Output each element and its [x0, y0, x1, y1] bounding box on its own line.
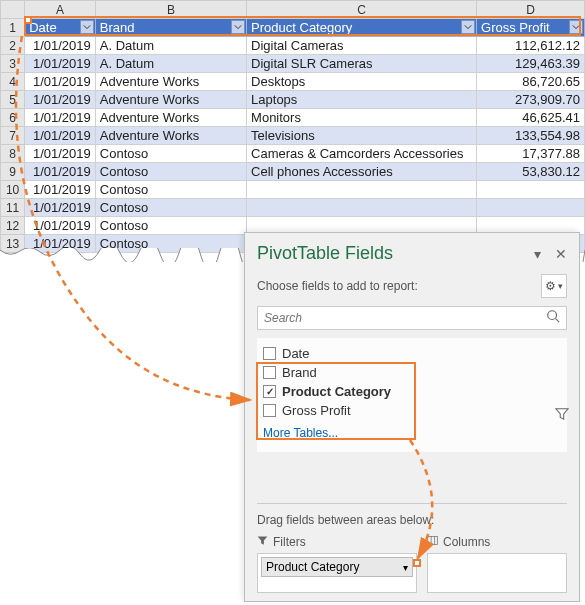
col-header-a[interactable]: A [25, 1, 96, 19]
cell[interactable]: A. Datum [95, 37, 246, 55]
filter-button[interactable] [80, 20, 94, 34]
cell[interactable]: Contoso [95, 145, 246, 163]
search-icon [546, 309, 560, 327]
cell[interactable]: 1/01/2019 [25, 109, 96, 127]
row-header[interactable]: 7 [1, 127, 25, 145]
col-header-b[interactable]: B [95, 1, 246, 19]
field-product-category[interactable]: ✓Product Category [259, 382, 565, 401]
header-label: Product Category [251, 20, 352, 35]
col-header-d[interactable]: D [477, 1, 585, 19]
cell[interactable]: 1/01/2019 [25, 163, 96, 181]
header-label: Brand [100, 20, 135, 35]
cell[interactable]: Contoso [95, 199, 246, 217]
divider [257, 503, 567, 504]
cell[interactable]: A. Datum [95, 55, 246, 73]
cell[interactable]: Contoso [95, 163, 246, 181]
row-header[interactable]: 11 [1, 199, 25, 217]
cell[interactable]: 1/01/2019 [25, 127, 96, 145]
columns-icon [427, 535, 438, 549]
columns-area[interactable]: Columns [427, 535, 567, 593]
filter-button[interactable] [231, 20, 245, 34]
cell[interactable]: Desktops [247, 73, 477, 91]
cell[interactable]: 53,830.12 [477, 163, 585, 181]
filters-area[interactable]: Filters Product Category ▾ [257, 535, 417, 593]
select-all-corner[interactable] [1, 1, 25, 19]
pivottable-fields-panel: PivotTable Fields ▾ ✕ Choose fields to a… [244, 232, 580, 602]
cell[interactable]: 1/01/2019 [25, 145, 96, 163]
table-header-date[interactable]: Date [25, 19, 96, 37]
cell[interactable]: 1/01/2019 [25, 217, 96, 235]
cell[interactable]: 86,720.65 [477, 73, 585, 91]
cell[interactable]: Digital Cameras [247, 37, 477, 55]
filter-button[interactable] [569, 20, 583, 34]
field-date[interactable]: Date [259, 344, 565, 363]
row-header[interactable]: 9 [1, 163, 25, 181]
cell[interactable]: 273,909.70 [477, 91, 585, 109]
table-header-profit[interactable]: Gross Profit [477, 19, 585, 37]
chevron-down-icon[interactable]: ▾ [534, 246, 541, 262]
header-label: Gross Profit [481, 20, 550, 35]
cell[interactable]: Cell phones Accessories [247, 163, 477, 181]
more-tables-link[interactable]: More Tables... [259, 420, 565, 446]
row-header[interactable]: 12 [1, 217, 25, 235]
row-header[interactable]: 5 [1, 91, 25, 109]
cell[interactable]: Adventure Works [95, 91, 246, 109]
panel-subtitle: Choose fields to add to report: [257, 279, 418, 293]
field-gross-profit[interactable]: Gross Profit [259, 401, 565, 420]
columns-well[interactable] [427, 553, 567, 593]
cell[interactable]: 129,463.39 [477, 55, 585, 73]
row-header[interactable]: 4 [1, 73, 25, 91]
cell[interactable]: 1/01/2019 [25, 73, 96, 91]
area-label: Columns [443, 535, 490, 549]
cell[interactable] [247, 199, 477, 217]
cell[interactable] [247, 181, 477, 199]
cell[interactable]: 46,625.41 [477, 109, 585, 127]
field-label: Brand [282, 365, 317, 380]
checkbox-icon[interactable] [263, 347, 276, 360]
cell[interactable]: 1/01/2019 [25, 55, 96, 73]
table-header-brand[interactable]: Brand [95, 19, 246, 37]
field-brand[interactable]: Brand [259, 363, 565, 382]
table-header-category[interactable]: Product Category [247, 19, 477, 37]
cell[interactable]: 1/01/2019 [25, 181, 96, 199]
row-header[interactable]: 3 [1, 55, 25, 73]
search-field[interactable] [264, 311, 546, 325]
checkbox-icon[interactable] [263, 366, 276, 379]
field-label: Gross Profit [282, 403, 351, 418]
search-input[interactable] [257, 306, 567, 330]
cell[interactable]: 1/01/2019 [25, 91, 96, 109]
cell[interactable]: 133,554.98 [477, 127, 585, 145]
close-icon[interactable]: ✕ [555, 246, 567, 262]
cell[interactable]: 17,377.88 [477, 145, 585, 163]
cell[interactable]: Contoso [95, 217, 246, 235]
filter-icon[interactable] [555, 407, 569, 425]
cell[interactable]: 112,612.12 [477, 37, 585, 55]
filters-well[interactable]: Product Category ▾ [257, 553, 417, 593]
row-header[interactable]: 10 [1, 181, 25, 199]
cell[interactable]: Adventure Works [95, 127, 246, 145]
chevron-down-icon[interactable]: ▾ [403, 562, 408, 573]
cell[interactable]: 1/01/2019 [25, 37, 96, 55]
row-header[interactable]: 6 [1, 109, 25, 127]
row-header[interactable]: 2 [1, 37, 25, 55]
cell[interactable]: Televisions [247, 127, 477, 145]
row-header[interactable]: 8 [1, 145, 25, 163]
cell[interactable]: Cameras & Camcorders Accessories [247, 145, 477, 163]
cell[interactable] [477, 181, 585, 199]
col-header-c[interactable]: C [247, 1, 477, 19]
cell[interactable]: 1/01/2019 [25, 199, 96, 217]
cell[interactable]: Adventure Works [95, 109, 246, 127]
field-tag-product-category[interactable]: Product Category ▾ [261, 557, 413, 577]
funnel-icon [257, 535, 268, 549]
row-header[interactable]: 1 [1, 19, 25, 37]
cell[interactable]: Digital SLR Cameras [247, 55, 477, 73]
gear-button[interactable]: ⚙▾ [541, 274, 567, 298]
checkbox-icon[interactable] [263, 404, 276, 417]
cell[interactable]: Adventure Works [95, 73, 246, 91]
filter-button[interactable] [461, 20, 475, 34]
cell[interactable]: Monitors [247, 109, 477, 127]
cell[interactable]: Laptops [247, 91, 477, 109]
cell[interactable] [477, 199, 585, 217]
checkbox-checked-icon[interactable]: ✓ [263, 385, 276, 398]
cell[interactable]: Contoso [95, 181, 246, 199]
